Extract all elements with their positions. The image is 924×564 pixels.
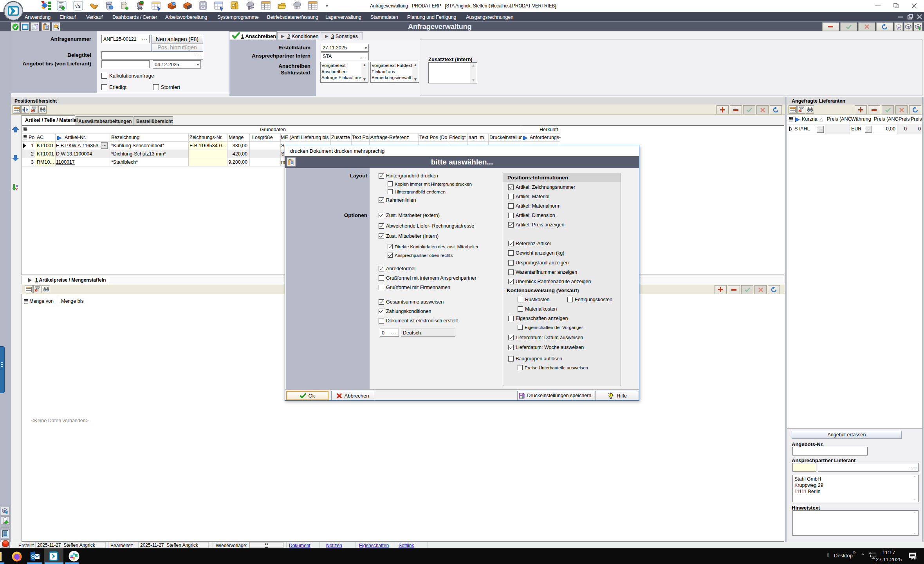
svg-text:?: ?: [110, 6, 112, 10]
svg-text:?: ?: [6, 511, 8, 514]
svg-text:!: !: [610, 394, 611, 397]
svg-text:√x: √x: [75, 3, 81, 9]
svg-text:▾: ▾: [326, 3, 328, 9]
svg-text:?: ?: [173, 2, 175, 6]
svg-text:Z: Z: [16, 187, 18, 191]
